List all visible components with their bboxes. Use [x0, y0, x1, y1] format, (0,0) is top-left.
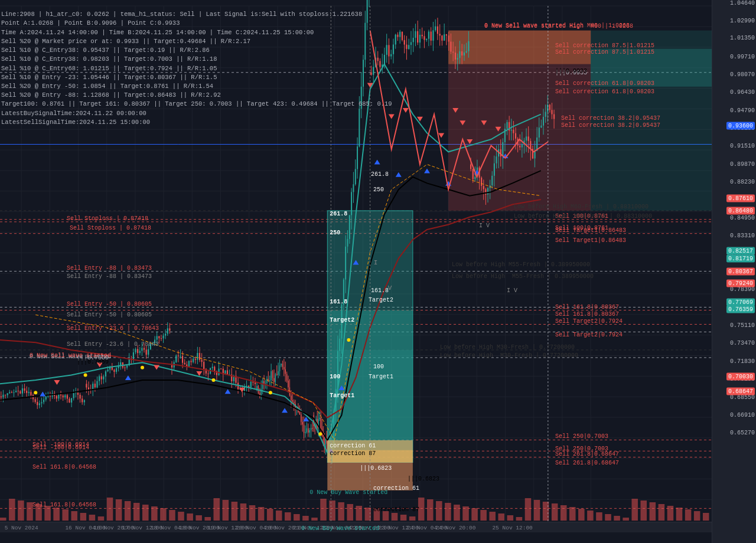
- info-line: Sell %20 @ Entry -50: 1.0854 || Target:0…: [1, 82, 392, 91]
- highlighted-price-label: 0.77069: [726, 298, 755, 306]
- info-panel: Line:2908 | h1_atr_c0: 0.0262 | tema_h1_…: [1, 1, 392, 127]
- time-label: 24 Nov 20:00: [435, 525, 475, 531]
- price-label: 0.88230: [730, 179, 755, 185]
- info-line: Sell %20 @ Market price or at: 0.9933 ||…: [1, 37, 392, 46]
- price-label: 0.91510: [730, 143, 755, 149]
- info-line: Sell %20 @ Entry -88: 1.12868 || Target:…: [1, 91, 392, 100]
- highlighted-price-label: 0.68647: [726, 388, 755, 395]
- time-label: 5 Nov 2024: [5, 525, 38, 531]
- info-line: Time A:2024.11.24 14:00:00 | Time B:2024…: [1, 28, 392, 37]
- info-line: Sell %10 @ C_Entry68: 1.01215 || Target:…: [1, 64, 392, 73]
- price-label: 0.96430: [730, 89, 755, 96]
- price-label: 1.01350: [730, 35, 755, 41]
- price-label: 0.75110: [730, 322, 755, 329]
- info-line: Target100: 0.8761 || Target 161: 0.80367…: [1, 100, 392, 109]
- price-label: 0.84950: [730, 214, 755, 221]
- highlighted-price-label: 0.87610: [726, 194, 755, 202]
- price-label: 0.83310: [730, 233, 755, 239]
- price-label: 0.73470: [730, 340, 755, 346]
- highlighted-price-label: 0.93600: [726, 122, 755, 130]
- time-scale: 5 Nov 202416 Nov 04:0016 Nov 20:0017 Nov…: [0, 522, 712, 532]
- price-label: 0.98070: [730, 71, 755, 78]
- highlighted-price-label: 0.82517: [726, 247, 755, 255]
- price-label: 0.89870: [730, 161, 755, 167]
- info-line: LatestBuySignalTime:2024.11.22 00:00:00: [1, 109, 392, 118]
- info-line: Sell %10 @ C_Entry38: 0.95437 || Target:…: [1, 46, 392, 55]
- price-label: 0.71830: [730, 358, 755, 364]
- info-line: LatestSellSignalTime:2024.11.25 15:00:00: [1, 118, 392, 127]
- price-label: 1.02990: [730, 17, 755, 24]
- price-label: 0.94790: [730, 107, 755, 113]
- chart-container: Line:2908 | h1_atr_c0: 0.0262 | tema_h1_…: [0, 0, 756, 543]
- info-line: Sell %10 @ Entry -23: 1.05446 || Target:…: [1, 73, 392, 82]
- highlighted-price-label: 0.81719: [726, 254, 755, 262]
- info-line: Line:2908 | h1_atr_c0: 0.0262 | tema_h1_…: [1, 10, 392, 19]
- info-line: Point A:1.0268 | Point B:0.9096 | Point …: [1, 19, 392, 28]
- price-label: 1.04640: [730, 0, 755, 6]
- price-scale: 1.046401.029901.013500.997100.980700.964…: [712, 0, 756, 543]
- highlighted-price-label: 0.70030: [726, 373, 755, 381]
- highlighted-price-label: 0.76359: [726, 306, 755, 313]
- price-label: 0.65270: [730, 430, 755, 436]
- highlighted-price-label: 0.86480: [726, 207, 755, 214]
- highlighted-price-label: 0.80367: [726, 268, 755, 276]
- time-label: 25 Nov 12:00: [492, 525, 532, 531]
- price-label: 0.99710: [730, 53, 755, 60]
- price-label: 0.66910: [730, 411, 755, 418]
- symbol-header: [1, 1, 392, 10]
- highlighted-price-label: 0.79240: [726, 280, 755, 287]
- info-line: Sell %10 @ C_Entry38: 0.98203 || Target:…: [1, 55, 392, 64]
